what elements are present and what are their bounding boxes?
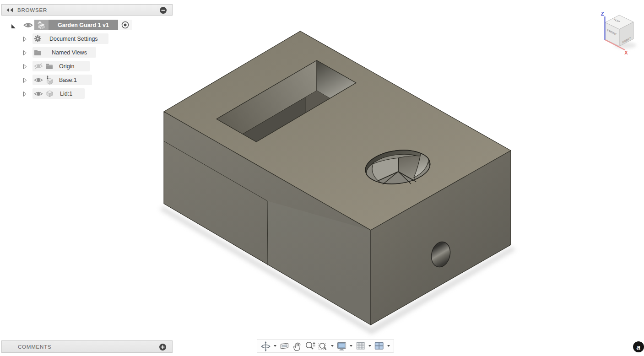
navigation-toolbar [257, 339, 394, 353]
collapse-arrow-icon[interactable] [11, 22, 16, 31]
z-axis-label: Z [601, 11, 604, 16]
eye-hidden-icon[interactable] [33, 63, 43, 70]
look-at-icon[interactable] [279, 340, 290, 351]
grid-icon[interactable] [355, 340, 366, 351]
tree-item-label: Lid:1 [60, 91, 72, 97]
tree-item-label: Origin [59, 63, 74, 70]
comments-bar[interactable]: COMMENTS [1, 340, 173, 353]
display-settings-icon[interactable] [336, 340, 347, 351]
pan-hand-icon[interactable] [292, 340, 303, 351]
root-component-label: Garden Guard 1 v1 [58, 22, 109, 28]
double-chevron-left-icon[interactable] [6, 7, 14, 13]
selected-component-highlight[interactable]: Garden Guard 1 v1 [49, 20, 118, 30]
tree-item-label: Named Views [52, 49, 87, 56]
x-axis-label: X [624, 50, 628, 55]
component-icon [46, 90, 54, 98]
tree-row-document-settings[interactable]: Document Settings [0, 33, 119, 44]
minus-circle-icon[interactable] [159, 6, 167, 16]
tree-row-lid[interactable]: Lid:1 [0, 88, 96, 99]
tree-row-base[interactable]: Base:1 [0, 75, 101, 85]
tree-item-label: Document Settings [49, 36, 98, 42]
folder-icon [34, 49, 42, 56]
expand-arrow-icon[interactable] [23, 36, 27, 44]
orbit-icon[interactable] [260, 340, 271, 351]
folder-icon [45, 63, 53, 70]
browser-header[interactable]: BROWSER [1, 4, 173, 16]
tree-row-root[interactable]: Garden Guard 1 v1 [0, 20, 137, 30]
viewcube[interactable]: TOP FRONT RIGHT Z X [601, 11, 636, 55]
tree-item-label: Base:1 [59, 77, 77, 83]
comments-title: COMMENTS [18, 344, 51, 350]
gear-icon [34, 35, 42, 43]
autodesk-assistant-icon[interactable]: a [633, 341, 644, 352]
orbit-dropdown-caret[interactable] [273, 340, 277, 351]
expand-arrow-icon[interactable] [23, 77, 27, 85]
zoom-icon[interactable] [305, 340, 316, 351]
viewports-icon[interactable] [374, 340, 385, 351]
eye-visible-icon[interactable] [33, 91, 43, 97]
grounded-component-icon [45, 76, 54, 85]
component-assembly-icon [34, 20, 49, 30]
viewports-dropdown-caret[interactable] [387, 340, 391, 351]
expand-arrow-icon[interactable] [23, 63, 27, 71]
browser-panel-title: BROWSER [17, 7, 47, 13]
zoom-window-dropdown-caret[interactable] [330, 340, 335, 351]
plus-circle-icon[interactable] [159, 343, 167, 353]
fusion360-window: TOP FRONT RIGHT Z X BROWSER [0, 0, 644, 356]
zoom-window-icon[interactable] [318, 340, 329, 351]
display-settings-dropdown-caret[interactable] [349, 340, 353, 351]
tree-row-origin[interactable]: Origin [0, 61, 101, 71]
grid-dropdown-caret[interactable] [368, 340, 372, 351]
eye-visible-icon[interactable] [33, 77, 43, 83]
tree-row-named-views[interactable]: Named Views [0, 47, 105, 58]
radio-activate-icon[interactable] [118, 20, 132, 30]
expand-arrow-icon[interactable] [23, 49, 27, 58]
eye-visible-icon[interactable] [23, 22, 33, 30]
expand-arrow-icon[interactable] [23, 91, 27, 99]
